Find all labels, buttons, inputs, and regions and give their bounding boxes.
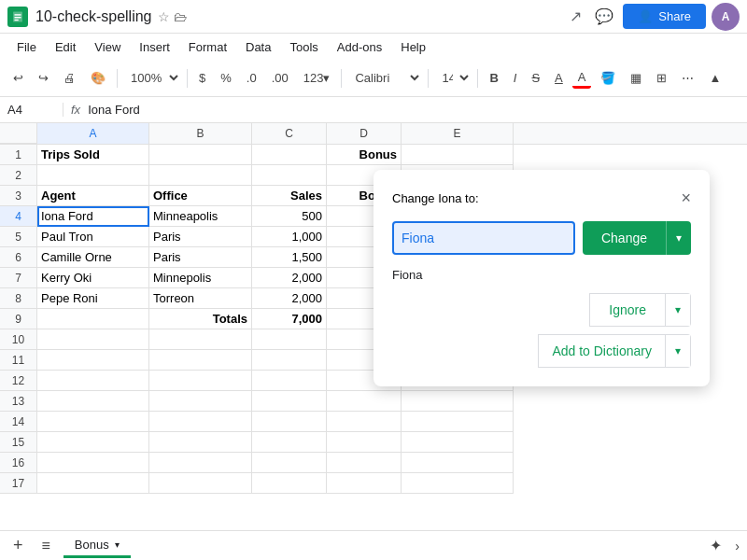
cell-c4[interactable]: 500: [252, 206, 327, 227]
underline-button[interactable]: A: [549, 69, 569, 87]
merge-button[interactable]: ⊞: [651, 69, 672, 87]
cell-e16[interactable]: [402, 453, 514, 473]
cell-a8[interactable]: Pepe Roni: [37, 288, 149, 309]
cell-b15[interactable]: [149, 432, 252, 453]
cell-d1[interactable]: Bonus: [327, 145, 402, 165]
cell-e13[interactable]: [402, 391, 514, 412]
cell-b2[interactable]: [149, 165, 252, 186]
cell-a11[interactable]: [37, 350, 149, 371]
cell-a16[interactable]: [37, 453, 149, 473]
menu-format[interactable]: Format: [179, 38, 236, 56]
cell-d15[interactable]: [327, 432, 402, 453]
bold-button[interactable]: B: [484, 69, 503, 87]
add-dictionary-dropdown-button[interactable]: ▾: [665, 334, 691, 368]
spell-correction-input[interactable]: [392, 221, 575, 255]
cell-d16[interactable]: [327, 453, 402, 473]
add-sheet-button[interactable]: +: [7, 534, 29, 557]
cell-a15[interactable]: [37, 432, 149, 453]
ignore-dropdown-button[interactable]: ▾: [665, 293, 691, 327]
italic-button[interactable]: I: [508, 69, 523, 87]
cell-b4[interactable]: Minneapolis: [149, 206, 252, 227]
row-num-15[interactable]: 15: [0, 432, 37, 453]
borders-button[interactable]: ▦: [625, 69, 647, 87]
fill-color-button[interactable]: 🪣: [595, 69, 621, 87]
print-button[interactable]: 🖨: [58, 69, 81, 87]
cell-a3[interactable]: Agent: [37, 186, 149, 206]
cell-c2[interactable]: [252, 165, 327, 186]
row-num-17[interactable]: 17: [0, 473, 37, 494]
sheet-tab-bonus[interactable]: Bonus ▾: [63, 534, 131, 558]
row-num-5[interactable]: 5: [0, 227, 37, 247]
format-number-button[interactable]: 123▾: [298, 69, 336, 87]
cell-e1[interactable]: [402, 145, 514, 165]
scroll-right-button[interactable]: ›: [735, 539, 740, 553]
menu-insert[interactable]: Insert: [130, 38, 179, 56]
add-dictionary-button[interactable]: Add to Dictionary: [538, 334, 665, 368]
ignore-button[interactable]: Ignore: [589, 293, 665, 327]
cell-a14[interactable]: [37, 412, 149, 432]
paint-format-button[interactable]: 🎨: [85, 69, 111, 87]
cell-a17[interactable]: [37, 473, 149, 494]
explore-button[interactable]: ✦: [704, 535, 727, 556]
cell-a13[interactable]: [37, 391, 149, 412]
cell-a10[interactable]: [37, 329, 149, 350]
cell-c13[interactable]: [252, 391, 327, 412]
menu-help[interactable]: Help: [391, 38, 435, 56]
text-color-button[interactable]: A: [572, 68, 592, 89]
cell-b6[interactable]: Paris: [149, 247, 252, 268]
font-select[interactable]: Calibri: [347, 68, 422, 88]
percent-button[interactable]: %: [215, 69, 237, 87]
cell-c5[interactable]: 1,000: [252, 227, 327, 247]
row-num-2[interactable]: 2: [0, 165, 37, 186]
cell-a6[interactable]: Camille Orne: [37, 247, 149, 268]
menu-file[interactable]: File: [7, 38, 46, 56]
cell-b16[interactable]: [149, 453, 252, 473]
row-num-3[interactable]: 3: [0, 186, 37, 206]
font-size-select[interactable]: 14: [434, 68, 472, 88]
change-button[interactable]: Change: [583, 221, 666, 255]
spell-dialog-close-button[interactable]: ×: [681, 189, 691, 208]
col-header-e[interactable]: E: [402, 123, 514, 144]
cell-c9[interactable]: 7,000: [252, 309, 327, 329]
cell-a4[interactable]: Iona Ford: [37, 206, 149, 227]
strikethrough-button[interactable]: S: [526, 69, 545, 87]
cell-a1[interactable]: Trips Sold: [37, 145, 149, 165]
cell-c12[interactable]: [252, 371, 327, 391]
sheet-tab-dropdown[interactable]: ▾: [115, 539, 120, 550]
row-num-11[interactable]: 11: [0, 350, 37, 371]
collapse-button[interactable]: ▲: [703, 69, 726, 87]
col-header-d[interactable]: D: [327, 123, 402, 144]
row-num-13[interactable]: 13: [0, 391, 37, 412]
star-icon[interactable]: ☆: [158, 9, 170, 24]
cell-a12[interactable]: [37, 371, 149, 391]
menu-edit[interactable]: Edit: [46, 38, 85, 56]
zoom-select[interactable]: 100%: [123, 68, 181, 88]
menu-view[interactable]: View: [85, 38, 130, 56]
menu-tools[interactable]: Tools: [280, 38, 327, 56]
cell-b13[interactable]: [149, 391, 252, 412]
decimal-inc-button[interactable]: .00: [266, 69, 294, 87]
cell-b11[interactable]: [149, 350, 252, 371]
cell-b7[interactable]: Minnepolis: [149, 268, 252, 288]
cell-c1[interactable]: [252, 145, 327, 165]
col-header-c[interactable]: C: [252, 123, 327, 144]
row-num-1[interactable]: 1: [0, 145, 37, 165]
cell-b9[interactable]: Totals: [149, 309, 252, 329]
more-button[interactable]: ⋯: [676, 69, 699, 87]
cell-a2[interactable]: [37, 165, 149, 186]
menu-data[interactable]: Data: [236, 38, 280, 56]
cell-c6[interactable]: 1,500: [252, 247, 327, 268]
cell-reference[interactable]: A4: [7, 103, 63, 117]
cell-b8[interactable]: Torreon: [149, 288, 252, 309]
menu-addons[interactable]: Add-ons: [328, 38, 391, 56]
folder-icon[interactable]: 🗁: [174, 9, 187, 24]
row-num-10[interactable]: 10: [0, 329, 37, 350]
cell-c14[interactable]: [252, 412, 327, 432]
row-num-7[interactable]: 7: [0, 268, 37, 288]
decimal-dec-button[interactable]: .0: [241, 69, 262, 87]
cell-a7[interactable]: Kerry Oki: [37, 268, 149, 288]
change-dropdown-button[interactable]: ▾: [666, 221, 691, 255]
chart-icon[interactable]: ↗: [566, 4, 585, 29]
row-num-16[interactable]: 16: [0, 453, 37, 473]
row-num-8[interactable]: 8: [0, 288, 37, 309]
